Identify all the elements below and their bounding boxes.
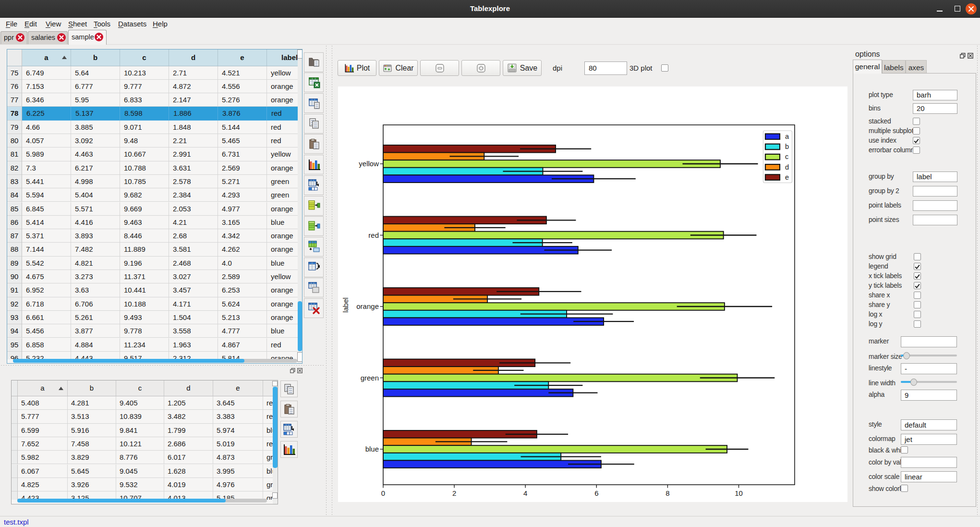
svg-text:6: 6 xyxy=(594,489,598,497)
svg-text:e: e xyxy=(785,173,789,181)
svg-text:2: 2 xyxy=(452,489,456,497)
svg-text:a: a xyxy=(785,133,789,140)
svg-text:10: 10 xyxy=(735,489,743,497)
svg-text:label: label xyxy=(341,297,350,313)
svg-text:green: green xyxy=(361,374,379,382)
svg-text:b: b xyxy=(785,143,789,150)
svg-text:4: 4 xyxy=(523,489,527,497)
svg-text:c: c xyxy=(785,153,788,160)
svg-text:d: d xyxy=(785,163,789,171)
svg-text:0: 0 xyxy=(381,489,385,497)
svg-text:yellow: yellow xyxy=(359,159,379,168)
svg-text:red: red xyxy=(368,231,379,239)
svg-text:orange: orange xyxy=(356,302,379,310)
svg-text:8: 8 xyxy=(665,489,669,497)
svg-text:blue: blue xyxy=(365,445,379,453)
